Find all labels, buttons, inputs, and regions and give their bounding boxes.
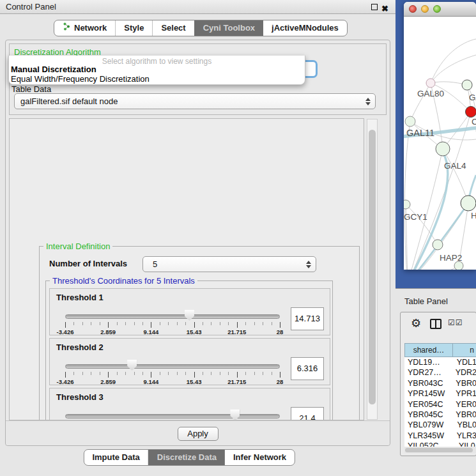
table-row[interactable]: YBR043CYBR0 <box>404 378 476 388</box>
cell-shared-name[interactable]: YBL079W <box>404 420 454 430</box>
cell-name[interactable]: YLR3 <box>454 431 476 441</box>
checkbox-icons[interactable]: ☑☑ <box>448 318 463 327</box>
table-row[interactable]: YDL19…YDL1 <box>404 357 476 367</box>
table-data-label: Table Data <box>12 84 51 94</box>
tab-style[interactable]: Style <box>115 20 152 36</box>
tab-impute-data[interactable]: Impute Data <box>84 450 148 465</box>
apply-button[interactable]: Apply <box>178 427 219 441</box>
table-row[interactable]: YER054CYER0 <box>404 399 476 410</box>
cell-shared-name[interactable]: YDR27… <box>404 367 452 378</box>
tab-select[interactable]: Select <box>152 20 194 36</box>
threshold-3-value-field[interactable]: 21.4 <box>291 407 324 420</box>
zoom-traffic-light[interactable] <box>433 5 441 13</box>
cell-name[interactable]: YBR0 <box>452 410 476 420</box>
slider-track[interactable] <box>65 364 280 369</box>
network-node[interactable] <box>405 116 415 127</box>
interval-count-value: 5 <box>153 259 157 269</box>
control-panel-window: Control Panel ✖ NetworkStyleSelectCyni T… <box>0 0 395 476</box>
cell-name[interactable]: YBL0 <box>454 420 476 430</box>
network-node[interactable] <box>466 107 476 118</box>
network-node[interactable] <box>462 80 472 90</box>
table-row[interactable]: YBR045CYBR0 <box>404 410 476 420</box>
network-canvas[interactable]: GAL80GAGAL11CGAL4GCY1HHAP2 <box>404 17 476 270</box>
minimize-traffic-light[interactable] <box>421 5 429 13</box>
cell-shared-name[interactable]: YER054C <box>404 399 452 410</box>
threshold-1-value-field[interactable]: 14.713 <box>291 307 324 330</box>
cell-name[interactable]: YDR2 <box>452 367 476 378</box>
table-h-scrollbar[interactable] <box>404 447 476 453</box>
slider-thumb[interactable] <box>185 310 194 321</box>
tab-infer-network[interactable]: Infer Network <box>225 450 295 465</box>
dropdown-option-equal-width[interactable]: Equal Width/Frequency Discretization <box>9 74 305 84</box>
column-header-name[interactable]: n <box>453 343 476 357</box>
tick-mark <box>82 372 83 375</box>
cell-shared-name[interactable]: YBR043C <box>404 378 452 388</box>
table-row[interactable]: YPR145WYPR1 <box>404 388 476 399</box>
tick-mark <box>194 322 195 328</box>
tab-network[interactable]: Network <box>54 20 115 36</box>
cell-shared-name[interactable]: YPR145W <box>404 388 452 399</box>
dropdown-option-manual[interactable]: Manual Discretization <box>9 65 305 74</box>
table-row[interactable]: YDR27…YDR2 <box>404 367 476 378</box>
slider-track[interactable] <box>65 414 280 418</box>
network-node[interactable] <box>426 79 435 88</box>
tab-discretize-data[interactable]: Discretize Data <box>148 450 225 465</box>
gear-icon[interactable]: ⚙ <box>411 316 421 330</box>
slider-track[interactable] <box>65 314 280 319</box>
slider-thumb[interactable] <box>127 360 137 371</box>
table-h-scrollbar-thumb[interactable] <box>405 448 473 452</box>
cell-shared-name[interactable]: YBR045C <box>404 410 452 420</box>
table-row[interactable]: YLR345WYLR3 <box>404 431 476 441</box>
cell-name[interactable]: YER0 <box>452 399 476 410</box>
tab-jactivemnodules[interactable]: jActiveMNodules <box>263 20 347 36</box>
tick-mark <box>142 322 143 325</box>
network-node[interactable] <box>404 200 410 209</box>
number-of-intervals-spinner[interactable]: 5 <box>142 256 316 272</box>
cell-shared-name[interactable]: YLR345W <box>404 431 454 441</box>
tick-mark <box>245 372 246 375</box>
network-node-label: H <box>471 211 476 220</box>
float-window-icon[interactable] <box>371 4 378 10</box>
tick-mark <box>203 372 203 375</box>
threshold-2-value-field[interactable]: 6.316 <box>291 357 324 380</box>
tick-mark <box>100 322 100 325</box>
table-row[interactable]: YIL052CYIL0 <box>404 441 476 447</box>
tab-cyni-toolbox[interactable]: Cyni Toolbox <box>194 20 263 36</box>
table-row[interactable]: YBL079WYBL0 <box>404 420 476 430</box>
threshold-1-slider[interactable]: -3.4262.8599.14415.4321.71528 <box>65 312 280 335</box>
table-data-combobox[interactable]: galFiltered.sif default node <box>14 93 376 109</box>
tick-mark <box>211 322 211 325</box>
network-node[interactable] <box>461 196 476 211</box>
network-window-titlebar[interactable] <box>404 2 476 17</box>
cell-shared-name[interactable]: YIL052C <box>404 441 456 447</box>
close-icon[interactable]: ✖ <box>381 2 388 15</box>
control-panel-titlebar: Control Panel ✖ <box>0 0 395 14</box>
bottom-tab-bar: Impute DataDiscretize DataInfer Network <box>83 449 295 466</box>
tick-mark <box>245 322 246 325</box>
tick-mark <box>254 372 255 375</box>
panel-scrollbar-thumb[interactable] <box>369 130 376 404</box>
cell-name[interactable]: YBR0 <box>452 378 476 388</box>
cell-name[interactable]: YIL0 <box>456 441 475 447</box>
cell-name[interactable]: YDL1 <box>454 357 476 367</box>
network-node-label: C <box>472 117 476 127</box>
network-node[interactable] <box>433 240 443 250</box>
cell-shared-name[interactable]: YDL19… <box>404 357 454 367</box>
network-edge <box>431 39 476 83</box>
column-header-shared-name[interactable]: shared… <box>404 343 453 357</box>
cell-name[interactable]: YPR1 <box>452 388 476 399</box>
network-node[interactable] <box>436 142 450 156</box>
threshold-3-slider[interactable]: -3.4262.8599.14415.4321.71528 <box>65 411 280 420</box>
tab-label: jActiveMNodules <box>272 20 339 36</box>
close-traffic-light[interactable] <box>409 5 417 13</box>
slider-thumb[interactable] <box>230 410 240 420</box>
split-columns-icon[interactable] <box>430 319 441 329</box>
tick-mark <box>125 322 126 325</box>
tick-mark <box>134 322 135 325</box>
table-panel-box: ⚙ ☑☑ shared… n YDL19…YDL1YDR27…YDR2YBR04… <box>400 312 476 456</box>
threshold-2-slider[interactable]: -3.4262.8599.14415.4321.71528 <box>65 362 280 385</box>
panel-scrollbar[interactable] <box>367 119 378 420</box>
tick-mark <box>65 372 66 378</box>
dropdown-placeholder-item[interactable]: Select algorithm to view settings <box>9 56 305 65</box>
table-rows: YDL19…YDL1YDR27…YDR2YBR043CYBR0YPR145WYP… <box>404 357 476 447</box>
